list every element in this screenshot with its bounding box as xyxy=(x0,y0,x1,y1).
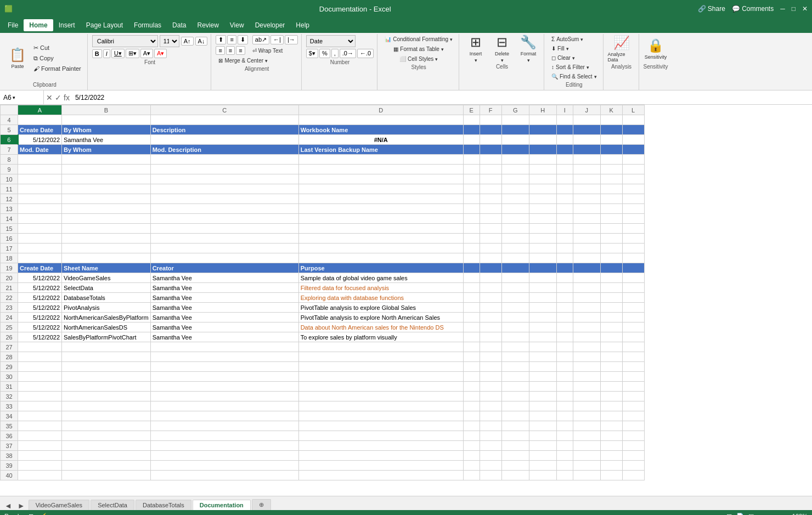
table-cell[interactable] xyxy=(501,461,529,471)
row-header[interactable]: 12 xyxy=(1,194,18,204)
table-cell[interactable] xyxy=(501,362,529,372)
menu-developer[interactable]: Developer xyxy=(250,19,291,31)
table-cell[interactable] xyxy=(480,224,501,234)
comma-button[interactable]: , xyxy=(331,49,339,58)
font-color-button[interactable]: A▾ xyxy=(154,49,167,58)
table-cell[interactable] xyxy=(556,184,573,194)
table-cell[interactable] xyxy=(150,411,298,421)
align-right-button[interactable]: ≡ xyxy=(236,46,245,55)
table-cell[interactable] xyxy=(556,303,573,313)
table-cell[interactable] xyxy=(501,244,529,253)
table-cell[interactable] xyxy=(600,362,622,372)
table-cell[interactable]: 5/12/2022 xyxy=(18,273,62,283)
table-cell[interactable] xyxy=(600,471,622,480)
table-cell[interactable] xyxy=(556,145,573,155)
table-cell[interactable] xyxy=(150,224,298,234)
table-cell[interactable] xyxy=(573,244,600,253)
table-cell[interactable]: Filtered data for focused analysis xyxy=(298,283,463,293)
table-cell[interactable] xyxy=(622,184,644,194)
table-cell[interactable] xyxy=(573,471,600,480)
table-cell[interactable] xyxy=(463,204,480,214)
table-cell[interactable] xyxy=(600,214,622,224)
table-cell[interactable] xyxy=(298,362,463,372)
conditional-formatting-button[interactable]: 📊 Conditional Formatting ▾ xyxy=(382,35,455,43)
table-cell[interactable] xyxy=(622,332,644,342)
table-cell[interactable]: By Whom xyxy=(62,125,151,135)
fill-color-button[interactable]: A▾ xyxy=(140,49,153,58)
table-cell[interactable] xyxy=(150,392,298,401)
menu-view[interactable]: View xyxy=(224,19,250,31)
table-cell[interactable] xyxy=(62,244,151,253)
col-header-d[interactable]: D xyxy=(298,105,463,115)
table-cell[interactable] xyxy=(480,145,501,155)
row-header[interactable]: 4 xyxy=(1,115,18,125)
table-cell[interactable] xyxy=(622,283,644,293)
table-cell[interactable] xyxy=(18,431,62,441)
scroll-tabs-right[interactable]: ► xyxy=(15,501,27,510)
table-cell[interactable] xyxy=(62,204,151,214)
table-cell[interactable] xyxy=(573,411,600,421)
table-cell[interactable] xyxy=(463,174,480,184)
row-header[interactable]: 14 xyxy=(1,214,18,224)
table-cell[interactable] xyxy=(529,441,556,451)
table-cell[interactable] xyxy=(600,224,622,234)
table-cell[interactable] xyxy=(298,441,463,451)
table-cell[interactable] xyxy=(556,421,573,431)
underline-button[interactable]: U▾ xyxy=(111,49,125,58)
sort-filter-button[interactable]: ↕ Sort & Filter ▾ xyxy=(549,63,599,71)
table-cell[interactable] xyxy=(298,471,463,480)
table-cell[interactable] xyxy=(622,135,644,145)
table-cell[interactable] xyxy=(463,441,480,451)
table-cell[interactable] xyxy=(150,421,298,431)
table-cell[interactable] xyxy=(463,184,480,194)
table-cell[interactable] xyxy=(18,224,62,234)
table-cell[interactable] xyxy=(622,234,644,244)
table-cell[interactable] xyxy=(480,401,501,411)
table-cell[interactable] xyxy=(556,332,573,342)
table-cell[interactable]: PivotTable analysis to explore North Ame… xyxy=(298,313,463,322)
table-cell[interactable] xyxy=(501,155,529,165)
col-header-g[interactable]: G xyxy=(501,105,529,115)
normal-view-button[interactable]: ▦ xyxy=(726,513,732,516)
find-select-button[interactable]: 🔍 Find & Select ▾ xyxy=(549,72,599,81)
table-cell[interactable] xyxy=(62,362,151,372)
table-cell[interactable] xyxy=(529,145,556,155)
row-header[interactable]: 11 xyxy=(1,184,18,194)
table-cell[interactable] xyxy=(622,214,644,224)
table-cell[interactable] xyxy=(573,174,600,184)
table-cell[interactable] xyxy=(501,263,529,273)
delete-button[interactable]: ⊟ Delete ▾ xyxy=(490,35,514,63)
table-cell[interactable] xyxy=(298,372,463,382)
percent-button[interactable]: % xyxy=(319,49,330,58)
table-cell[interactable] xyxy=(150,155,298,165)
row-header[interactable]: 27 xyxy=(1,342,18,352)
table-cell[interactable] xyxy=(480,165,501,174)
table-cell[interactable]: Workbook Name xyxy=(298,125,463,135)
table-cell[interactable]: Samantha Vee xyxy=(150,322,298,332)
table-cell[interactable] xyxy=(573,451,600,461)
table-cell[interactable] xyxy=(480,184,501,194)
table-cell[interactable] xyxy=(529,382,556,392)
table-cell[interactable] xyxy=(18,401,62,411)
table-cell[interactable] xyxy=(463,155,480,165)
table-cell[interactable]: 5/12/2022 xyxy=(18,293,62,303)
table-cell[interactable] xyxy=(18,115,62,125)
cell-styles-button[interactable]: ⬜ Cell Styles ▾ xyxy=(397,55,441,63)
table-cell[interactable] xyxy=(463,362,480,372)
table-cell[interactable] xyxy=(600,145,622,155)
table-cell[interactable] xyxy=(480,283,501,293)
table-cell[interactable] xyxy=(298,115,463,125)
table-cell[interactable] xyxy=(480,392,501,401)
table-cell[interactable] xyxy=(600,461,622,471)
table-cell[interactable] xyxy=(573,155,600,165)
table-cell[interactable] xyxy=(298,155,463,165)
table-cell[interactable]: To explore sales by platform visually xyxy=(298,332,463,342)
table-cell[interactable] xyxy=(529,253,556,263)
page-layout-button[interactable]: 📄 xyxy=(736,513,744,516)
table-cell[interactable] xyxy=(463,401,480,411)
row-header[interactable]: 13 xyxy=(1,204,18,214)
table-cell[interactable] xyxy=(556,362,573,372)
table-cell[interactable] xyxy=(463,125,480,135)
table-cell[interactable] xyxy=(501,471,529,480)
cell-ref-dropdown[interactable]: ▾ xyxy=(13,95,15,100)
